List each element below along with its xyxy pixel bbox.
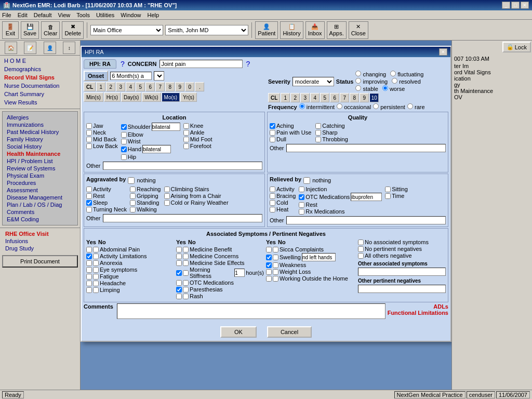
assoc-working-yes[interactable] <box>266 276 272 282</box>
rel-nothing-checkbox[interactable] <box>303 177 310 184</box>
assoc-weight-yes[interactable] <box>266 269 272 275</box>
agg-reaching-cb[interactable] <box>130 187 136 192</box>
onset-num-2[interactable]: 2 <box>106 82 115 91</box>
sidebar-item-family-history[interactable]: Family History <box>5 136 75 143</box>
sidebar-item-nurse-doc[interactable]: Nurse Documentation <box>0 82 80 90</box>
assoc-otc-yes[interactable] <box>176 280 182 286</box>
freq-persistent-radio[interactable] <box>373 103 379 109</box>
loc-midfoot-checkbox[interactable] <box>183 137 189 142</box>
assoc-weakness-no[interactable] <box>273 262 278 268</box>
assoc-eye-yes[interactable] <box>86 267 92 273</box>
sidebar-home-icon[interactable]: 🏠 <box>5 42 17 54</box>
sidebar-item-chart-summary[interactable]: Chart Summary <box>0 90 80 98</box>
rel-sitting-cb[interactable] <box>385 187 391 192</box>
sev-num-5[interactable]: 5 <box>320 93 329 102</box>
freq-intermittent[interactable]: intermittent <box>299 103 335 110</box>
no-pertinent-cb[interactable] <box>358 246 364 252</box>
assoc-swelling-yes[interactable] <box>266 255 272 260</box>
onset-unit-mins[interactable]: Min(s) <box>84 92 103 102</box>
menu-tools[interactable]: Tools <box>76 12 90 18</box>
apps-button[interactable]: ⊞ Apps. <box>327 21 347 39</box>
history-button[interactable]: 📋 History <box>280 21 303 39</box>
assoc-sicca-yes[interactable] <box>266 247 272 252</box>
assoc-headache-yes[interactable] <box>86 281 92 286</box>
sidebar-item-em-coding[interactable]: E&M Coding <box>5 216 75 223</box>
loc-midback-checkbox[interactable] <box>86 137 92 142</box>
cancel-button[interactable]: Cancel <box>267 326 312 338</box>
assoc-activity-no[interactable] <box>93 254 99 259</box>
severity-select[interactable]: moderate mild severe <box>292 77 334 86</box>
sidebar-item-plan[interactable]: Plan / Lab / OS / Diag <box>5 201 75 208</box>
rel-cold-cb[interactable] <box>270 200 275 206</box>
sidebar-item-drug-study[interactable]: Drug Study <box>3 245 77 252</box>
qual-catching-checkbox[interactable] <box>315 123 321 129</box>
agg-cold-cb[interactable] <box>164 200 170 206</box>
assoc-fatigue-yes[interactable] <box>86 274 92 280</box>
assoc-med-side-yes[interactable] <box>176 260 182 266</box>
assoc-med-concerns-yes[interactable] <box>176 254 182 259</box>
sev-num-8[interactable]: 8 <box>350 93 359 102</box>
loc-neck-checkbox[interactable] <box>86 130 92 136</box>
freq-occasional[interactable]: occasional <box>337 103 371 110</box>
sidebar-person-icon[interactable]: 👤 <box>44 42 56 54</box>
qual-throbbing-checkbox[interactable] <box>315 137 321 142</box>
onset-num-7[interactable]: 7 <box>155 82 165 91</box>
freq-rare[interactable]: rare <box>407 103 425 110</box>
status-fluctuating[interactable]: fluctuating <box>390 71 423 77</box>
sidebar-item-hpi[interactable]: HPI / Problem List <box>5 157 75 165</box>
status-stable-radio[interactable] <box>355 85 361 91</box>
onset-cl-button[interactable]: CL <box>84 82 96 91</box>
menu-default[interactable]: Default <box>34 12 52 18</box>
onset-num-9[interactable]: 9 <box>175 82 184 91</box>
ok-button[interactable]: OK <box>220 326 257 338</box>
onset-unit-mos[interactable]: Mo(s) <box>162 92 180 102</box>
agg-nothing-checkbox[interactable] <box>128 177 135 184</box>
sidebar-item-assessment[interactable]: Assessment <box>5 187 75 194</box>
menu-view[interactable]: View <box>58 12 71 18</box>
assoc-paresthesias-no[interactable] <box>183 287 189 292</box>
freq-occasional-radio[interactable] <box>337 103 342 109</box>
loc-shoulder-note[interactable] <box>152 123 180 131</box>
qual-aching-checkbox[interactable] <box>270 123 275 129</box>
onset-unit-yrs[interactable]: Yr(s) <box>180 92 197 102</box>
sidebar-item-review-systems[interactable]: Review of Systems <box>5 165 75 172</box>
rel-rx-cb[interactable] <box>299 209 304 215</box>
assoc-med-benefit-no[interactable] <box>183 247 189 252</box>
assoc-sicca-no[interactable] <box>273 247 278 252</box>
minimize-button[interactable]: _ <box>502 2 510 9</box>
sev-num-10[interactable]: 10 <box>369 93 379 102</box>
onset-num-4[interactable]: 4 <box>126 82 135 91</box>
clear-button[interactable]: 🗑 Clear <box>41 21 60 39</box>
agg-activity-cb[interactable] <box>86 187 92 192</box>
rel-other-input[interactable] <box>286 216 446 224</box>
loc-hand-checkbox[interactable] <box>121 147 127 152</box>
assoc-weakness-yes[interactable] <box>266 262 272 268</box>
onset-unit-hrs[interactable]: Hr(s) <box>104 92 121 102</box>
assoc-headache-no[interactable] <box>93 281 99 286</box>
qual-dull-checkbox[interactable] <box>270 137 275 142</box>
sidebar-item-comments[interactable]: Comments <box>5 208 75 216</box>
rel-time-cb[interactable] <box>385 193 391 199</box>
agg-standing-cb[interactable] <box>130 200 136 206</box>
qual-sharp-checkbox[interactable] <box>315 130 321 136</box>
sidebar-item-procedures[interactable]: Procedures <box>5 179 75 187</box>
rel-heat-cb[interactable] <box>270 207 275 212</box>
dialog-close-button[interactable]: ✕ <box>439 48 447 56</box>
assoc-med-concerns-no[interactable] <box>183 254 189 259</box>
assoc-working-no[interactable] <box>273 276 278 282</box>
assoc-weight-no[interactable] <box>273 269 278 275</box>
agg-walking-cb[interactable] <box>130 207 136 212</box>
sidebar-item-social-history[interactable]: Social History <box>5 143 75 150</box>
assoc-swelling-input[interactable] <box>302 253 336 261</box>
loc-lowback-checkbox[interactable] <box>86 143 92 149</box>
status-changing[interactable]: changing <box>355 71 386 77</box>
agg-rest-cb[interactable] <box>86 193 92 199</box>
comments-textarea[interactable] <box>117 303 385 319</box>
sidebar-item-home[interactable]: H O M E <box>0 57 80 65</box>
sev-num-7[interactable]: 7 <box>340 93 349 102</box>
sidebar-item-past-medical[interactable]: Past Medical History <box>5 128 75 136</box>
status-changing-radio[interactable] <box>355 71 361 76</box>
assoc-eye-no[interactable] <box>93 267 99 273</box>
loc-ankle-checkbox[interactable] <box>183 130 189 136</box>
question-mark-2[interactable]: ? <box>246 60 250 68</box>
